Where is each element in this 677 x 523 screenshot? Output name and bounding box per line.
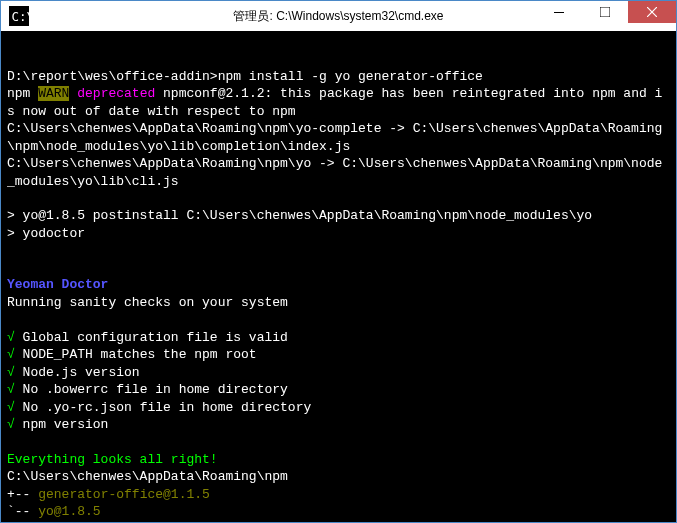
check-item: No .bowerrc file in home directory <box>23 382 288 397</box>
warn-badge: WARN <box>38 86 69 101</box>
prompt: D:\report\wes\office-addin> <box>7 69 218 84</box>
check-icon: √ <box>7 400 23 415</box>
check-item: Global configuration file is valid <box>23 330 288 345</box>
cmd-icon: C:\ <box>9 6 29 26</box>
close-button[interactable] <box>628 1 676 23</box>
doctor-running: Running sanity checks on your system <box>7 294 670 312</box>
svg-rect-3 <box>600 7 610 17</box>
svg-text:C:\: C:\ <box>12 9 30 24</box>
check-item: NODE_PATH matches the npm root <box>23 347 257 362</box>
yodoctor-line: > yodoctor <box>7 225 670 243</box>
package-name: generator-office@1.1.5 <box>38 487 210 502</box>
window-title: 管理员: C:\Windows\system32\cmd.exe <box>233 8 443 25</box>
tree-branch: `-- <box>7 504 38 519</box>
postinstall-line: > yo@1.8.5 postinstall C:\Users\chenwes\… <box>7 207 670 225</box>
check-icon: √ <box>7 417 23 432</box>
all-right-msg: Everything looks all right! <box>7 451 670 469</box>
deprecated-label: deprecated <box>69 86 155 101</box>
terminal-output[interactable]: D:\report\wes\office-addin>npm install -… <box>1 31 676 522</box>
maximize-button[interactable] <box>582 1 628 23</box>
path-line: C:\Users\chenwes\AppData\Roaming\npm\yo … <box>7 155 670 190</box>
titlebar: C:\ 管理员: C:\Windows\system32\cmd.exe <box>1 1 676 31</box>
doctor-header: Yeoman Doctor <box>7 276 670 294</box>
tree-branch: +-- <box>7 487 38 502</box>
check-item: npm version <box>23 417 109 432</box>
check-item: Node.js version <box>23 365 140 380</box>
path-line: C:\Users\chenwes\AppData\Roaming\npm\yo-… <box>7 120 670 155</box>
check-icon: √ <box>7 347 23 362</box>
svg-rect-2 <box>554 12 564 13</box>
command-text: npm install -g yo generator-office <box>218 69 483 84</box>
check-icon: √ <box>7 382 23 397</box>
check-icon: √ <box>7 330 23 345</box>
minimize-button[interactable] <box>536 1 582 23</box>
tree-root: C:\Users\chenwes\AppData\Roaming\npm <box>7 468 670 486</box>
window-controls <box>536 1 676 31</box>
check-icon: √ <box>7 365 23 380</box>
check-item: No .yo-rc.json file in home directory <box>23 400 312 415</box>
npm-label: npm <box>7 86 38 101</box>
package-name: yo@1.8.5 <box>38 504 100 519</box>
cmd-window: C:\ 管理员: C:\Windows\system32\cmd.exe D:\… <box>0 0 677 523</box>
